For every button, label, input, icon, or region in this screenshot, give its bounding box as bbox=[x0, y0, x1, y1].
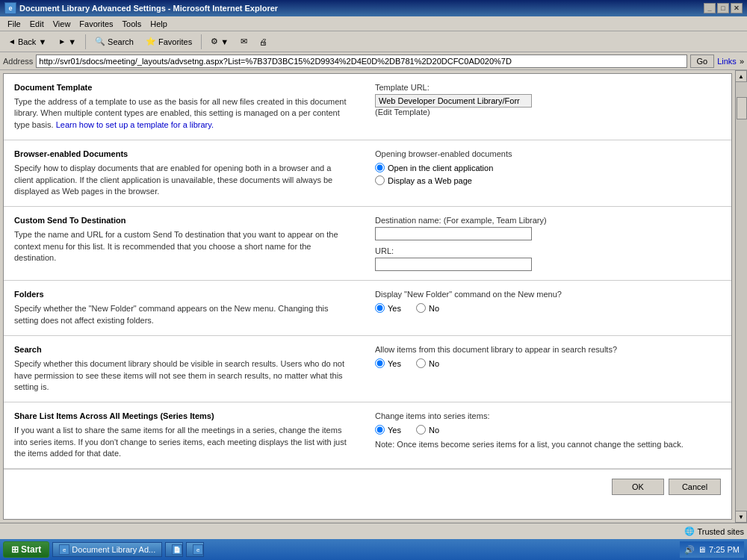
edit-template-link[interactable]: (Edit Template) bbox=[375, 108, 721, 116]
search-radio-group: Yes No bbox=[375, 358, 721, 368]
share-no-option[interactable]: No bbox=[416, 425, 439, 435]
folders-radio-group: Yes No bbox=[375, 303, 721, 313]
folders-right: Display "New Folder" command on the New … bbox=[368, 290, 721, 326]
back-dropdown-icon[interactable]: ▼ bbox=[38, 37, 46, 46]
print-icon: 🖨 bbox=[259, 37, 267, 46]
ok-button[interactable]: OK bbox=[612, 479, 664, 495]
search-title: Search bbox=[14, 345, 353, 354]
menu-help[interactable]: Help bbox=[146, 18, 172, 30]
print-button[interactable]: 🖨 bbox=[254, 34, 273, 50]
search-desc: Specify whether this document library sh… bbox=[14, 358, 353, 393]
mail-button[interactable]: ✉ bbox=[235, 34, 252, 50]
menu-edit[interactable]: Edit bbox=[25, 18, 49, 30]
menu-view[interactable]: View bbox=[49, 18, 75, 30]
folders-no-label: No bbox=[429, 304, 439, 313]
browser-option-web[interactable]: Display as a Web page bbox=[375, 175, 721, 185]
window-title: Document Library Advanced Settings - Mic… bbox=[19, 4, 278, 13]
scroll-up-button[interactable]: ▲ bbox=[735, 70, 747, 82]
destination-input[interactable] bbox=[375, 227, 532, 240]
browser-radio-client[interactable] bbox=[375, 163, 385, 172]
share-list-desc: If you want a list to share the same ite… bbox=[14, 425, 353, 459]
browser-docs-left: Browser-enabled Documents Specify how to… bbox=[14, 149, 368, 197]
menu-favorites[interactable]: Favorites bbox=[75, 18, 117, 30]
taskbar-item-2[interactable]: e bbox=[186, 542, 204, 557]
browser-option-client[interactable]: Open in the client application bbox=[375, 163, 721, 172]
maximize-button[interactable]: □ bbox=[717, 3, 729, 13]
folders-yes-label: Yes bbox=[388, 304, 401, 313]
menu-bar: File Edit View Favorites Tools Help bbox=[0, 16, 747, 31]
folders-radio-no[interactable] bbox=[416, 303, 426, 313]
search-no-option[interactable]: No bbox=[416, 358, 439, 368]
back-button[interactable]: ◄ Back ▼ bbox=[3, 34, 52, 50]
change-items-label: Change items into series items: bbox=[375, 411, 721, 420]
series-radio-yes[interactable] bbox=[375, 425, 385, 435]
taskbar-item-1[interactable]: 📄 bbox=[165, 542, 183, 557]
title-bar: e Document Library Advanced Settings - M… bbox=[0, 0, 747, 16]
custom-send-right: Destination name: (For example, Team Lib… bbox=[368, 216, 721, 271]
browser-client-label: Open in the client application bbox=[388, 164, 493, 172]
search-yes-option[interactable]: Yes bbox=[375, 358, 401, 368]
start-label: Start bbox=[21, 544, 41, 555]
browser-docs-radio-group: Open in the client application Display a… bbox=[375, 163, 721, 185]
address-bar: Address Go Links » bbox=[0, 52, 747, 70]
doc-template-right: Template URL: Web Developer Document Lib… bbox=[368, 83, 721, 131]
menu-tools[interactable]: Tools bbox=[118, 18, 146, 30]
buttons-area: OK Cancel bbox=[4, 469, 731, 504]
search-section: Search Specify whether this document lib… bbox=[4, 336, 731, 402]
browser-web-label: Display as a Web page bbox=[388, 176, 472, 185]
folders-radio-yes[interactable] bbox=[375, 303, 385, 313]
url-label: URL: bbox=[375, 246, 721, 255]
back-icon: ◄ bbox=[8, 37, 16, 46]
taskbar-item-label-0: Document Library Ad... bbox=[72, 545, 155, 554]
browser-radio-web[interactable] bbox=[375, 175, 385, 185]
links-button[interactable]: Links bbox=[717, 57, 737, 66]
scroll-track[interactable] bbox=[735, 82, 747, 511]
search-radio-no[interactable] bbox=[416, 358, 426, 368]
scroll-down-button[interactable]: ▼ bbox=[735, 511, 747, 523]
network-icon: 🖥 bbox=[698, 545, 706, 554]
scroll-thumb[interactable] bbox=[737, 97, 747, 119]
doc-template-left: Document Template Type the address of a … bbox=[14, 83, 368, 131]
more-tools-button[interactable]: ⚙ ▼ bbox=[205, 34, 234, 50]
forward-dropdown-icon[interactable]: ▼ bbox=[68, 37, 76, 46]
taskbar-icon-0: e bbox=[59, 544, 69, 555]
browser-docs-right: Opening browser-enabled documents Open i… bbox=[368, 149, 721, 197]
search-button[interactable]: 🔍 Search bbox=[90, 34, 139, 50]
series-radio-no[interactable] bbox=[416, 425, 426, 435]
cancel-button[interactable]: Cancel bbox=[669, 479, 721, 495]
separator-1 bbox=[85, 34, 86, 49]
taskbar-icon-1: 📄 bbox=[172, 544, 182, 555]
forward-button[interactable]: ► ▼ bbox=[53, 34, 81, 50]
toolbar: ◄ Back ▼ ► ▼ 🔍 Search ⭐ Favorites ⚙ ▼ ✉ … bbox=[0, 31, 747, 52]
custom-send-left: Custom Send To Destination Type the name… bbox=[14, 216, 368, 271]
taskbar-icon-2: e bbox=[193, 544, 203, 555]
close-button[interactable]: ✕ bbox=[731, 3, 743, 13]
main-content: Document Template Type the address of a … bbox=[0, 70, 747, 523]
tools-icon: ⚙ bbox=[211, 37, 218, 46]
taskbar-item-0[interactable]: e Document Library Ad... bbox=[52, 542, 162, 557]
share-yes-option[interactable]: Yes bbox=[375, 425, 401, 435]
share-list-right: Change items into series items: Yes No N… bbox=[368, 411, 721, 459]
menu-file[interactable]: File bbox=[3, 18, 25, 30]
favorites-button[interactable]: ⭐ Favorites bbox=[140, 34, 197, 50]
search-allow-label: Allow items from this document library t… bbox=[375, 345, 721, 354]
custom-send-to-section: Custom Send To Destination Type the name… bbox=[4, 207, 731, 281]
document-template-section: Document Template Type the address of a … bbox=[4, 74, 731, 140]
trusted-sites-label: Trusted sites bbox=[697, 527, 744, 536]
separator-2 bbox=[201, 34, 202, 49]
mail-icon: ✉ bbox=[241, 37, 247, 46]
favorites-icon: ⭐ bbox=[146, 37, 156, 46]
go-button[interactable]: Go bbox=[690, 55, 715, 68]
folders-section: Folders Specify whether the "New Folder"… bbox=[4, 281, 731, 336]
minimize-button[interactable]: _ bbox=[704, 3, 716, 13]
folders-no-option[interactable]: No bbox=[416, 303, 439, 313]
address-input[interactable] bbox=[36, 55, 686, 68]
folders-yes-option[interactable]: Yes bbox=[375, 303, 401, 313]
series-yes-label: Yes bbox=[388, 426, 401, 435]
url-input[interactable] bbox=[375, 258, 532, 271]
search-radio-yes[interactable] bbox=[375, 358, 385, 368]
search-icon: 🔍 bbox=[95, 37, 105, 46]
learn-how-link[interactable]: Learn how to set up a template for a lib… bbox=[56, 120, 214, 129]
folders-display-label: Display "New Folder" command on the New … bbox=[375, 290, 721, 299]
start-button[interactable]: ⊞ Start bbox=[3, 541, 49, 558]
